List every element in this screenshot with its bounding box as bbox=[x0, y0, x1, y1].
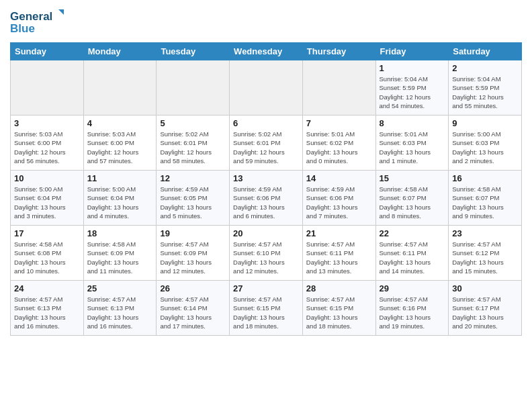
day-number: 1 bbox=[380, 63, 445, 73]
day-number: 24 bbox=[14, 283, 80, 293]
day-info: Sunrise: 4:59 AM Sunset: 6:06 PM Dayligh… bbox=[306, 185, 372, 220]
day-info: Sunrise: 4:57 AM Sunset: 6:11 PM Dayligh… bbox=[380, 240, 445, 275]
calendar-cell bbox=[230, 60, 303, 116]
day-number: 23 bbox=[452, 228, 518, 238]
day-number: 26 bbox=[160, 283, 226, 293]
weekday-header: Wednesday bbox=[230, 43, 303, 60]
calendar-cell bbox=[302, 60, 375, 116]
weekday-header: Sunday bbox=[11, 43, 84, 60]
calendar-header: SundayMondayTuesdayWednesdayThursdayFrid… bbox=[11, 43, 522, 60]
day-info: Sunrise: 5:03 AM Sunset: 6:00 PM Dayligh… bbox=[87, 130, 153, 165]
weekday-row: SundayMondayTuesdayWednesdayThursdayFrid… bbox=[11, 43, 522, 60]
calendar-cell: 18Sunrise: 4:58 AM Sunset: 6:09 PM Dayli… bbox=[83, 226, 157, 281]
day-info: Sunrise: 4:57 AM Sunset: 6:17 PM Dayligh… bbox=[452, 295, 518, 330]
day-number: 29 bbox=[380, 283, 445, 293]
day-info: Sunrise: 5:00 AM Sunset: 6:04 PM Dayligh… bbox=[87, 185, 153, 220]
day-number: 12 bbox=[160, 173, 226, 183]
logo: General Blue bbox=[10, 7, 64, 37]
calendar-cell: 24Sunrise: 4:57 AM Sunset: 6:13 PM Dayli… bbox=[11, 281, 84, 336]
calendar-cell: 17Sunrise: 4:58 AM Sunset: 6:08 PM Dayli… bbox=[11, 226, 84, 281]
calendar-cell: 5Sunrise: 5:02 AM Sunset: 6:01 PM Daylig… bbox=[157, 116, 230, 171]
day-info: Sunrise: 4:57 AM Sunset: 6:16 PM Dayligh… bbox=[380, 295, 445, 330]
calendar-cell: 25Sunrise: 4:57 AM Sunset: 6:13 PM Dayli… bbox=[83, 281, 157, 336]
day-number: 6 bbox=[233, 118, 299, 128]
calendar-cell: 3Sunrise: 5:03 AM Sunset: 6:00 PM Daylig… bbox=[11, 116, 84, 171]
calendar-cell: 10Sunrise: 5:00 AM Sunset: 6:04 PM Dayli… bbox=[11, 171, 84, 226]
day-info: Sunrise: 4:57 AM Sunset: 6:13 PM Dayligh… bbox=[87, 295, 153, 330]
day-info: Sunrise: 4:58 AM Sunset: 6:08 PM Dayligh… bbox=[14, 240, 80, 275]
day-info: Sunrise: 5:02 AM Sunset: 6:01 PM Dayligh… bbox=[233, 130, 299, 165]
calendar-cell: 27Sunrise: 4:57 AM Sunset: 6:15 PM Dayli… bbox=[230, 281, 303, 336]
day-number: 19 bbox=[160, 228, 226, 238]
day-info: Sunrise: 5:04 AM Sunset: 5:59 PM Dayligh… bbox=[380, 75, 445, 110]
header: General Blue bbox=[10, 7, 522, 37]
svg-text:Blue: Blue bbox=[10, 22, 35, 35]
day-number: 27 bbox=[233, 283, 299, 293]
calendar-cell: 26Sunrise: 4:57 AM Sunset: 6:14 PM Dayli… bbox=[157, 281, 230, 336]
calendar-cell: 30Sunrise: 4:57 AM Sunset: 6:17 PM Dayli… bbox=[449, 281, 522, 336]
day-info: Sunrise: 4:59 AM Sunset: 6:05 PM Dayligh… bbox=[160, 185, 226, 220]
day-info: Sunrise: 5:02 AM Sunset: 6:01 PM Dayligh… bbox=[160, 130, 226, 165]
calendar-cell bbox=[83, 60, 157, 116]
day-number: 9 bbox=[452, 118, 518, 128]
day-number: 4 bbox=[87, 118, 153, 128]
day-number: 16 bbox=[452, 173, 518, 183]
weekday-header: Friday bbox=[375, 43, 449, 60]
calendar-cell: 11Sunrise: 5:00 AM Sunset: 6:04 PM Dayli… bbox=[83, 171, 157, 226]
day-number: 14 bbox=[306, 173, 372, 183]
day-number: 28 bbox=[306, 283, 372, 293]
day-info: Sunrise: 5:00 AM Sunset: 6:03 PM Dayligh… bbox=[452, 130, 518, 165]
day-info: Sunrise: 4:59 AM Sunset: 6:06 PM Dayligh… bbox=[233, 185, 299, 220]
day-info: Sunrise: 4:58 AM Sunset: 6:07 PM Dayligh… bbox=[380, 185, 445, 220]
day-number: 3 bbox=[14, 118, 80, 128]
day-info: Sunrise: 5:00 AM Sunset: 6:04 PM Dayligh… bbox=[14, 185, 80, 220]
day-info: Sunrise: 4:57 AM Sunset: 6:15 PM Dayligh… bbox=[306, 295, 372, 330]
day-number: 11 bbox=[87, 173, 153, 183]
day-number: 22 bbox=[380, 228, 445, 238]
weekday-header: Thursday bbox=[302, 43, 375, 60]
calendar-cell: 20Sunrise: 4:57 AM Sunset: 6:10 PM Dayli… bbox=[230, 226, 303, 281]
day-number: 10 bbox=[14, 173, 80, 183]
calendar-cell bbox=[157, 60, 230, 116]
calendar-week-row: 24Sunrise: 4:57 AM Sunset: 6:13 PM Dayli… bbox=[11, 281, 522, 336]
calendar-cell bbox=[11, 60, 84, 116]
calendar-cell: 15Sunrise: 4:58 AM Sunset: 6:07 PM Dayli… bbox=[375, 171, 449, 226]
day-number: 8 bbox=[380, 118, 445, 128]
calendar-cell: 29Sunrise: 4:57 AM Sunset: 6:16 PM Dayli… bbox=[375, 281, 449, 336]
calendar-week-row: 3Sunrise: 5:03 AM Sunset: 6:00 PM Daylig… bbox=[11, 116, 522, 171]
day-number: 25 bbox=[87, 283, 153, 293]
svg-marker-2 bbox=[58, 9, 64, 16]
day-number: 20 bbox=[233, 228, 299, 238]
calendar-cell: 13Sunrise: 4:59 AM Sunset: 6:06 PM Dayli… bbox=[230, 171, 303, 226]
day-number: 5 bbox=[160, 118, 226, 128]
calendar-cell: 21Sunrise: 4:57 AM Sunset: 6:11 PM Dayli… bbox=[302, 226, 375, 281]
day-info: Sunrise: 5:04 AM Sunset: 5:59 PM Dayligh… bbox=[452, 75, 518, 110]
calendar-cell: 1Sunrise: 5:04 AM Sunset: 5:59 PM Daylig… bbox=[375, 60, 449, 116]
svg-text:General: General bbox=[10, 10, 52, 23]
calendar-cell: 9Sunrise: 5:00 AM Sunset: 6:03 PM Daylig… bbox=[449, 116, 522, 171]
day-info: Sunrise: 5:01 AM Sunset: 6:03 PM Dayligh… bbox=[380, 130, 445, 165]
day-number: 21 bbox=[306, 228, 372, 238]
day-info: Sunrise: 4:58 AM Sunset: 6:07 PM Dayligh… bbox=[452, 185, 518, 220]
day-number: 30 bbox=[452, 283, 518, 293]
calendar-cell: 14Sunrise: 4:59 AM Sunset: 6:06 PM Dayli… bbox=[302, 171, 375, 226]
calendar-body: 1Sunrise: 5:04 AM Sunset: 5:59 PM Daylig… bbox=[11, 60, 522, 336]
day-number: 13 bbox=[233, 173, 299, 183]
weekday-header: Monday bbox=[83, 43, 157, 60]
calendar-cell: 2Sunrise: 5:04 AM Sunset: 5:59 PM Daylig… bbox=[449, 60, 522, 116]
day-number: 17 bbox=[14, 228, 80, 238]
day-number: 15 bbox=[380, 173, 445, 183]
calendar-cell: 6Sunrise: 5:02 AM Sunset: 6:01 PM Daylig… bbox=[230, 116, 303, 171]
day-number: 2 bbox=[452, 63, 518, 73]
calendar-cell: 4Sunrise: 5:03 AM Sunset: 6:00 PM Daylig… bbox=[83, 116, 157, 171]
calendar-week-row: 1Sunrise: 5:04 AM Sunset: 5:59 PM Daylig… bbox=[11, 60, 522, 116]
day-info: Sunrise: 4:57 AM Sunset: 6:12 PM Dayligh… bbox=[452, 240, 518, 275]
calendar-cell: 19Sunrise: 4:57 AM Sunset: 6:09 PM Dayli… bbox=[157, 226, 230, 281]
day-info: Sunrise: 4:57 AM Sunset: 6:10 PM Dayligh… bbox=[233, 240, 299, 275]
weekday-header: Saturday bbox=[449, 43, 522, 60]
day-info: Sunrise: 4:57 AM Sunset: 6:15 PM Dayligh… bbox=[233, 295, 299, 330]
calendar-week-row: 17Sunrise: 4:58 AM Sunset: 6:08 PM Dayli… bbox=[11, 226, 522, 281]
day-info: Sunrise: 4:57 AM Sunset: 6:09 PM Dayligh… bbox=[160, 240, 226, 275]
day-info: Sunrise: 4:57 AM Sunset: 6:13 PM Dayligh… bbox=[14, 295, 80, 330]
calendar-cell: 23Sunrise: 4:57 AM Sunset: 6:12 PM Dayli… bbox=[449, 226, 522, 281]
